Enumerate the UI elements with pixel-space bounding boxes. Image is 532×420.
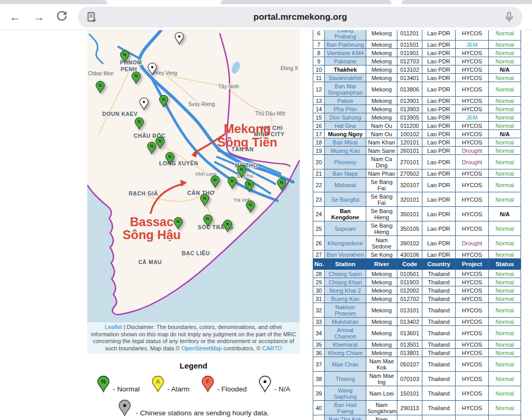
station-cell[interactable]: Ban Mixai: [325, 138, 366, 147]
svg-text:N: N: [280, 180, 283, 185]
station-cell[interactable]: Pakse: [325, 97, 366, 105]
station-cell[interactable]: Luang Prabang: [325, 30, 366, 41]
station-cell[interactable]: Vientiane KM4: [325, 49, 366, 57]
country-cell: Lao PDR: [422, 105, 456, 113]
country-cell: Thailand: [422, 340, 456, 349]
station-cell[interactable]: Se Bangfai: [325, 192, 366, 207]
status-cell: Normal: [489, 326, 521, 340]
no-cell: 13: [313, 97, 325, 105]
station-cell[interactable]: Savannakhet: [325, 74, 366, 82]
legend-pin-icon: N: [97, 375, 110, 393]
station-cell[interactable]: Paksane: [325, 57, 366, 65]
legend-item: N- Normal: [97, 375, 140, 393]
stations-table-region: 6Luang PrabangMekong011201Lao PDRHYCOSNo…: [313, 30, 524, 420]
browser-tab[interactable]: [0, 0, 108, 4]
station-cell[interactable]: Don Sahong: [325, 113, 366, 122]
map-place-label: Prey Veng: [153, 70, 177, 76]
project-cell: HYCOS: [456, 295, 489, 303]
back-button[interactable]: ←: [6, 8, 24, 26]
station-cell[interactable]: Ban Pakhoung: [325, 41, 366, 49]
station-cell[interactable]: Phonesy: [325, 155, 366, 169]
carto-link[interactable]: CARTO: [262, 345, 282, 351]
code-cell: 011200: [397, 122, 422, 130]
river-cell: Mekong: [366, 303, 397, 318]
url-text[interactable]: portal.mrcmekong.org: [78, 12, 523, 22]
station-cell[interactable]: Hat Gna: [325, 122, 366, 130]
microphone-icon[interactable]: [503, 11, 515, 25]
code-cell: 120101: [397, 138, 422, 147]
station-cell[interactable]: Muang Kao: [325, 147, 366, 155]
station-cell[interactable]: Nong Khai 2: [325, 286, 366, 295]
station-cell[interactable]: Ban Veunkhen: [325, 251, 366, 259]
station-cell[interactable]: Ban Had Paeng: [325, 401, 366, 415]
reload-button[interactable]: [53, 8, 71, 26]
table-row: 30Nong Khai 2Mekong012002ThailandHYCOSNo…: [313, 286, 521, 295]
no-cell: 39: [313, 386, 325, 401]
forward-button[interactable]: →: [30, 8, 48, 26]
table-row: 41Ban Tha Kok DaengNam Songkhram290102Th…: [313, 415, 521, 420]
river-cell: Nam Songkhram: [366, 401, 397, 415]
leaflet-link[interactable]: Leaflet: [105, 324, 122, 330]
status-cell: N/A: [489, 207, 521, 221]
project-cell: Drought: [456, 236, 489, 251]
project-cell: HYCOS: [456, 49, 489, 57]
project-cell: HYCOS: [456, 122, 489, 130]
station-cell[interactable]: Mahaxai: [325, 178, 366, 192]
leaflet-map[interactable]: Chbar MonPHNOMPENHPrey VengTây NinhĐồng …: [87, 30, 300, 322]
project-cell: HYCOS: [456, 130, 489, 138]
station-cell[interactable]: Khong Chiam: [325, 349, 366, 357]
code-cell: 350105: [397, 221, 422, 236]
station-cell[interactable]: Ban Tha Kok Daeng: [325, 415, 366, 420]
station-cell[interactable]: Thoeng: [325, 372, 366, 386]
station-cell[interactable]: Nakhon Phanom: [325, 303, 366, 318]
river-cell: Mekong: [366, 340, 397, 349]
station-cell[interactable]: Mukdahan: [325, 318, 366, 326]
station-cell[interactable]: Ban Nape: [325, 169, 366, 178]
river-cell: Mekong: [366, 113, 397, 122]
page-tools-icon[interactable]: [85, 11, 98, 25]
osm-link[interactable]: OpenStreetMap: [181, 345, 222, 351]
legend-pin-icon: A: [151, 375, 165, 393]
code-cell: 011201: [397, 30, 422, 41]
table-row: 35KhemaratMekong013501ThailandHYCOSNorma…: [313, 340, 521, 349]
station-cell[interactable]: Chiang Khan: [325, 278, 366, 286]
code-cell: 013601: [397, 326, 422, 340]
col-header-status: Status: [489, 259, 521, 270]
no-cell: 26: [313, 236, 325, 251]
project-cell: HYCOS: [456, 82, 489, 97]
map-place-label: BẠC LIÊU: [182, 250, 210, 257]
code-cell: 011901: [397, 49, 422, 57]
station-cell[interactable]: Ban Mai Singsamphan: [325, 82, 366, 97]
url-bar[interactable]: portal.mrcmekong.org: [78, 7, 523, 28]
project-cell: HYCOS: [456, 57, 489, 65]
station-cell[interactable]: Chiang Saen: [325, 270, 366, 278]
station-cell[interactable]: Khemarat: [325, 340, 366, 349]
status-cell: Normal: [489, 178, 521, 192]
no-cell: 30: [313, 286, 325, 295]
station-cell[interactable]: Amnat Chareon: [325, 326, 366, 340]
col-header-river: River: [366, 259, 397, 270]
browser-tab[interactable]: [401, 0, 532, 4]
station-cell[interactable]: Pha Phin: [325, 105, 366, 113]
station-cell[interactable]: Sopnam: [325, 221, 366, 236]
station-cell: Thakhek: [325, 65, 366, 74]
station-cell[interactable]: Wang Saphung: [325, 386, 366, 401]
browser-tab[interactable]: [391, 0, 402, 4]
river-cell: Mekong: [366, 349, 397, 357]
browser-tab[interactable]: [220, 0, 392, 4]
station-cell[interactable]: Khongsedone: [325, 236, 366, 251]
status-cell: N/A: [489, 130, 521, 138]
country-cell: Thailand: [422, 415, 456, 420]
country-cell: Lao PDR: [422, 178, 456, 192]
project-cell: HYCOS: [456, 105, 489, 113]
country-cell: Lao PDR: [422, 97, 456, 105]
country-cell: Lao PDR: [422, 57, 456, 65]
map-place-label: PENH: [121, 66, 137, 72]
station-cell[interactable]: Bueng Kan: [325, 295, 366, 303]
station-cell[interactable]: Mae Chan: [325, 357, 366, 372]
project-cell: HYCOS: [456, 178, 489, 192]
river-cell: Nam Mae Ing: [366, 372, 397, 386]
svg-text:N: N: [177, 219, 180, 224]
svg-text:N: N: [135, 73, 138, 78]
no-cell: 15: [313, 113, 325, 122]
